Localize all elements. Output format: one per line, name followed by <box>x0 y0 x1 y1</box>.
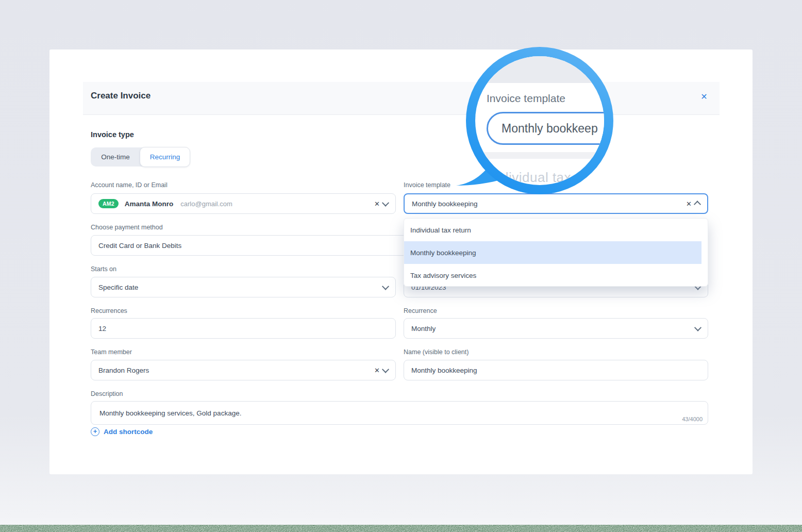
account-email: carlo@gmail.com <box>180 200 232 208</box>
toggle-option-one-time[interactable]: One-time <box>91 147 140 167</box>
recurrences-label: Recurrences <box>91 307 127 314</box>
dropdown-item-selected[interactable]: Monthly bookkeeping <box>404 241 701 264</box>
invoice-template-value: Monthly bookkeeping <box>412 200 478 208</box>
plus-circle-icon: + <box>91 427 99 436</box>
modal-header: Create Invoice ✕ <box>83 82 720 115</box>
create-invoice-modal: Create Invoice ✕ Invoice type One-time R… <box>49 49 753 474</box>
recurrence-field[interactable]: Monthly <box>404 318 708 339</box>
toggle-option-recurring[interactable]: Recurring <box>140 147 190 167</box>
add-shortcode-label: Add shortcode <box>104 428 153 436</box>
team-member-value: Brandon Rogers <box>98 367 149 374</box>
magnified-divider-band <box>470 152 613 159</box>
magnified-invoice-template-input: Monthly bookkeep <box>487 112 613 145</box>
dropdown-item[interactable]: Tax advisory services <box>404 264 708 287</box>
chevron-down-icon[interactable] <box>382 366 389 373</box>
invoice-template-field[interactable]: Monthly bookkeeping ✕ <box>404 193 708 214</box>
description-value: Monthly bookkeeping services, Gold packa… <box>99 409 241 417</box>
recurrence-label: Recurrence <box>404 307 437 314</box>
payment-method-label: Choose payment method <box>91 224 163 231</box>
magnified-ghost-text: dividual tax <box>501 170 571 186</box>
description-label: Description <box>91 390 123 397</box>
account-label: Account name, ID or Email <box>91 181 168 189</box>
payment-method-value: Credit Card or Bank Debits <box>98 242 181 250</box>
magnified-input-text: Monthly bookkeep <box>502 122 598 136</box>
clear-icon[interactable]: ✕ <box>371 367 383 374</box>
add-shortcode-button[interactable]: + Add shortcode <box>91 427 153 436</box>
recurrence-value: Monthly <box>411 325 436 332</box>
char-counter: 43/4000 <box>682 416 703 422</box>
close-icon[interactable]: ✕ <box>698 91 710 103</box>
starts-on-value: Specific date <box>98 284 138 291</box>
clear-icon[interactable]: ✕ <box>371 200 383 208</box>
magnified-invoice-template-label: Invoice template <box>487 92 565 105</box>
client-name-value: Monthly bookkeeping <box>411 367 477 374</box>
team-member-field[interactable]: Brandon Rogers ✕ <box>91 360 396 380</box>
recurrences-value: 12 <box>98 325 106 332</box>
invoice-template-label: Invoice template <box>404 181 450 189</box>
starts-on-field[interactable]: Specific date <box>91 277 396 297</box>
chevron-down-icon[interactable] <box>382 283 389 290</box>
avatar-badge: AM2 <box>98 199 119 208</box>
invoice-type-toggle: One-time Recurring <box>91 147 190 167</box>
dropdown-item[interactable]: Individual tax return <box>404 219 708 241</box>
client-name-label: Name (visible to client) <box>404 348 469 356</box>
invoice-type-label: Invoice type <box>91 130 134 139</box>
chevron-up-icon[interactable] <box>694 201 701 208</box>
client-name-field[interactable]: Monthly bookkeeping <box>404 360 708 380</box>
chevron-down-icon[interactable] <box>382 200 389 207</box>
clear-icon[interactable]: ✕ <box>683 200 695 208</box>
invoice-template-dropdown: Individual tax return Monthly bookkeepin… <box>404 218 708 287</box>
chevron-down-icon[interactable] <box>694 324 701 331</box>
screenshot-noise-strip <box>0 525 802 532</box>
page-title: Create Invoice <box>91 91 151 101</box>
magnifier-bubble: Invoice template Monthly bookkeep dividu… <box>466 47 613 194</box>
account-name: Amanta Monro <box>125 200 174 208</box>
description-field[interactable]: Monthly bookkeeping services, Gold packa… <box>91 401 708 425</box>
team-member-label: Team member <box>91 348 132 356</box>
starts-on-label: Starts on <box>91 265 116 273</box>
recurrences-field[interactable]: 12 <box>91 318 396 339</box>
account-field[interactable]: AM2 Amanta Monro carlo@gmail.com ✕ <box>91 193 396 214</box>
